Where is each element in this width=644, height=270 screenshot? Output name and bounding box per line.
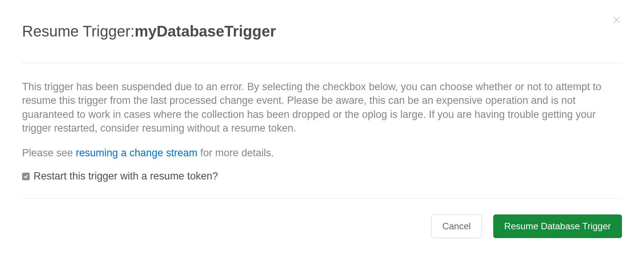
resume-token-checkbox-label: Restart this trigger with a resume token… (33, 170, 218, 182)
resume-token-checkbox[interactable] (22, 173, 30, 180)
resume-trigger-modal: Resume Trigger: myDatabaseTrigger This t… (0, 0, 644, 257)
resume-database-trigger-button[interactable]: Resume Database Trigger (493, 214, 622, 238)
help-suffix: for more details. (198, 147, 274, 159)
help-prefix: Please see (22, 147, 76, 159)
header-divider (22, 63, 622, 63)
cancel-button[interactable]: Cancel (431, 214, 482, 238)
close-icon[interactable] (612, 15, 621, 24)
checkmark-icon (23, 174, 29, 179)
help-paragraph: Please see resuming a change stream for … (22, 146, 622, 160)
modal-header: Resume Trigger: myDatabaseTrigger (22, 23, 622, 40)
resuming-change-stream-link[interactable]: resuming a change stream (76, 147, 198, 159)
trigger-name: myDatabaseTrigger (135, 23, 276, 40)
modal-footer: Cancel Resume Database Trigger (22, 214, 622, 238)
resume-token-checkbox-row: Restart this trigger with a resume token… (22, 170, 622, 182)
title-prefix: Resume Trigger: (22, 23, 135, 40)
footer-divider (22, 198, 622, 199)
description-paragraph: This trigger has been suspended due to a… (22, 80, 622, 135)
